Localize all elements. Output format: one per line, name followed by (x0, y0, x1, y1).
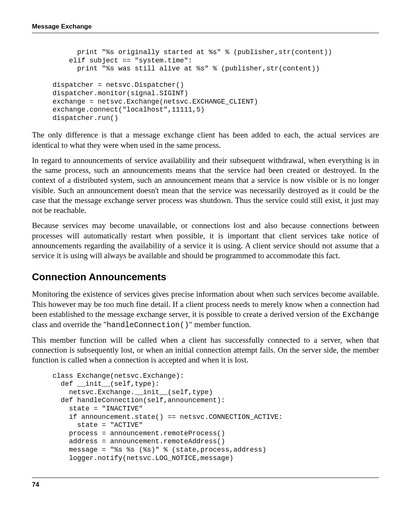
page-container: Message Exchange print "%s originally st… (0, 0, 411, 532)
page-number: 74 (32, 481, 379, 489)
code-block-2: class Exchange(netsvc.Exchange): def __i… (53, 372, 379, 463)
footer-rule (32, 478, 379, 478)
paragraph-3: Because services may become unavailable,… (32, 220, 379, 260)
paragraph-4: Monitoring the existence of services giv… (32, 289, 379, 330)
paragraph-4-text-b: class and override the " (32, 320, 107, 329)
running-header: Message Exchange (32, 23, 379, 30)
header-rule (32, 33, 379, 33)
paragraph-5: This member function will be called when… (32, 335, 379, 365)
paragraph-4-text-a: Monitoring the existence of services giv… (32, 289, 379, 319)
section-heading: Connection Announcements (32, 271, 379, 283)
code-block-1: print "%s originally started at %s" % (p… (53, 48, 379, 122)
paragraph-4-text-c: " member function. (189, 320, 251, 329)
paragraph-2: In regard to announcements of service av… (32, 155, 379, 216)
inline-code-handleconnection: handleConnection() (107, 321, 189, 329)
paragraph-1: The only difference is that a message ex… (32, 130, 379, 150)
inline-code-exchange: Exchange (342, 310, 379, 319)
